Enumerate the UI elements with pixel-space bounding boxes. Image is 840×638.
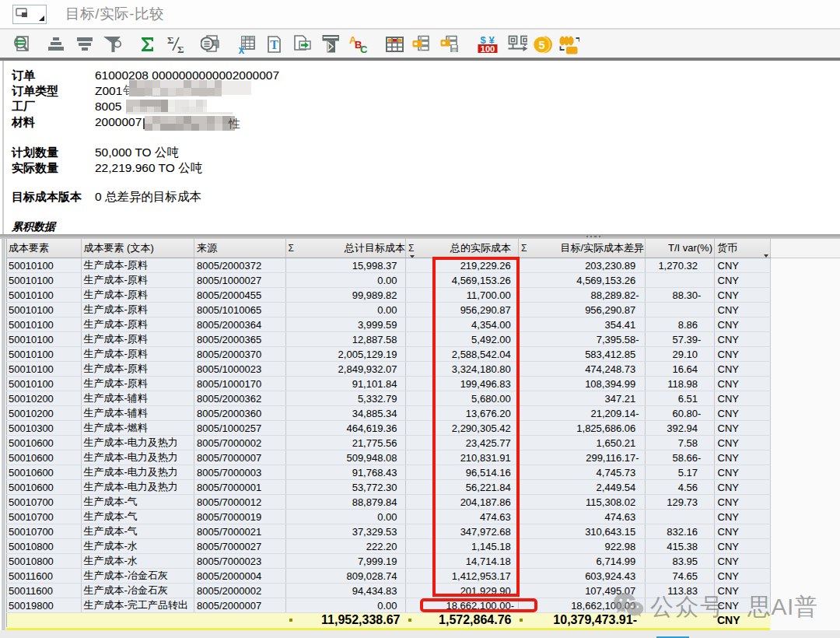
svg-text:Σ: Σ [167, 34, 174, 46]
svg-text:T: T [270, 38, 278, 51]
svg-text:x: x [239, 44, 245, 55]
svg-text:Σ: Σ [177, 44, 184, 54]
svg-text:5: 5 [538, 39, 544, 51]
svg-text:C: C [360, 44, 368, 54]
svg-text:100: 100 [481, 44, 495, 54]
